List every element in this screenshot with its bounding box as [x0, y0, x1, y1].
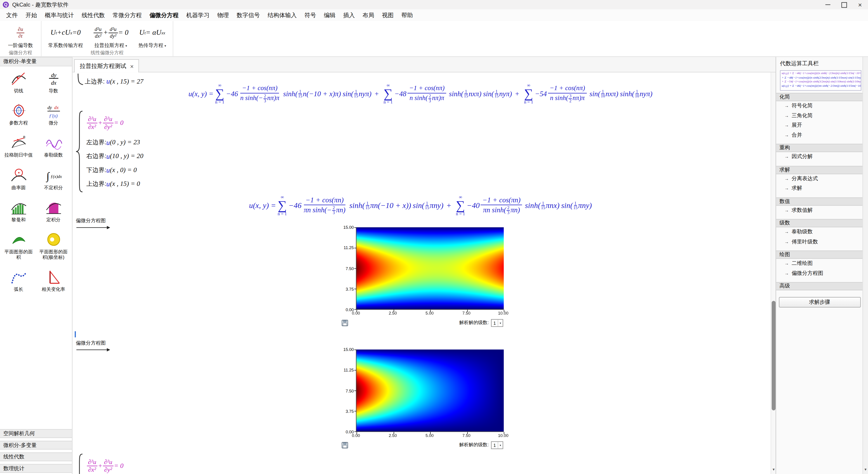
panel-item-5-0[interactable]: →二维绘图: [776, 259, 863, 269]
solve-steps-button[interactable]: 求解步骤: [779, 297, 861, 308]
menu-item-15[interactable]: 帮助: [397, 9, 417, 21]
panel-item-0-1[interactable]: →三角化简: [776, 111, 863, 121]
tool-label-3: 微分: [49, 120, 58, 126]
chevron-down-icon: ▼: [864, 468, 867, 471]
tool-parametric[interactable]: 参数方程: [3, 103, 34, 126]
main-scrollbar-thumb[interactable]: [772, 301, 776, 410]
menu-item-7[interactable]: 物理: [213, 9, 233, 21]
menu-item-6[interactable]: 机器学习: [182, 9, 213, 21]
indefinite-integral-icon: ∫ƒ(x)dx: [45, 167, 62, 183]
x-tick-label: 7.50: [462, 433, 470, 438]
fraction: −1 + cos(nπ)n sinh(32nπ)π: [548, 85, 587, 103]
panel-item-5-1[interactable]: →偏微分方程图: [776, 269, 863, 278]
panel-item-3-0[interactable]: →求数值解: [776, 205, 863, 215]
tool-lagrange-mean[interactable]: B拉格朗日中值: [3, 135, 34, 158]
heat-equation-button[interactable]: Ut = αUxx热传导方程▾: [136, 23, 168, 50]
tool-derivative[interactable]: dydx导数: [38, 70, 69, 94]
derivative-icon: dydx: [45, 70, 62, 87]
tool-definite-integral[interactable]: 定积分: [38, 199, 69, 222]
tool-taylor-series[interactable]: 泰勒级数: [38, 135, 69, 158]
tool-curvature-circle[interactable]: 曲率圆: [3, 167, 34, 190]
tool-plane-area[interactable]: 平面图形的面积: [3, 231, 34, 260]
close-button[interactable]: ×: [852, 0, 868, 9]
menu-item-0[interactable]: 文件: [2, 9, 22, 21]
series-level-dropdown[interactable]: 1▾: [491, 441, 503, 449]
save-icon[interactable]: [342, 320, 348, 326]
tool-related-rates[interactable]: 相关变化率: [38, 269, 69, 292]
panel-item-4-1[interactable]: →傅里叶级数: [776, 237, 863, 247]
panel-section-header-1[interactable]: 重构: [776, 144, 863, 152]
menu-item-5[interactable]: 偏微分方程: [146, 9, 182, 21]
variable-u: u: [106, 179, 110, 188]
save-icon[interactable]: [342, 442, 348, 448]
heat-equation-button-formula: Ut = αUxx: [139, 24, 165, 41]
tool-label-9: 定积分: [46, 216, 60, 222]
curly-brace-icon: [75, 110, 84, 193]
menu-item-2[interactable]: 概率与统计: [41, 9, 78, 21]
laplace-equation-button[interactable]: d²udx² + d²udy² = 0拉普拉斯方程▾: [91, 23, 131, 50]
menu-item-13[interactable]: 布局: [359, 9, 378, 21]
fraction: d²udy²: [108, 27, 118, 39]
maximize-icon: [841, 2, 846, 7]
menu-item-8[interactable]: 数字信号: [233, 9, 264, 21]
boundary-label: 下边界:: [86, 166, 106, 174]
panel-section-header-3[interactable]: 数值: [776, 197, 863, 205]
main-scrollbar[interactable]: ▼: [771, 72, 776, 474]
factor: sin(115πny): [561, 201, 592, 210]
panel-scrollbar[interactable]: ▼: [863, 57, 868, 474]
sidebar-section-1[interactable]: 微积分-多变量: [0, 441, 72, 450]
tab-close-icon[interactable]: ×: [130, 63, 134, 69]
menu-item-12[interactable]: 插入: [339, 9, 359, 21]
menu-item-1[interactable]: 开始: [22, 9, 41, 21]
panel-item-2-0[interactable]: →分离表达式: [776, 174, 863, 183]
sidebar-section-3[interactable]: 数理统计: [0, 464, 72, 473]
sidebar-section-0[interactable]: 空间解析几何: [0, 429, 72, 438]
menu-item-3[interactable]: 线性代数: [78, 9, 109, 21]
formula-preview-box[interactable]: u(x,y) = Σ −46(−1+cos(nπ))/(n sinh(−2/3n…: [780, 70, 862, 91]
panel-section-header-4[interactable]: 级数: [776, 219, 863, 227]
axis-tick: [354, 349, 356, 350]
first-order-partial-button-label: 一阶偏导数: [8, 42, 33, 49]
x-tick-label: 5.00: [426, 433, 434, 438]
tool-polar-area[interactable]: 平面图形的面积(极坐标): [38, 231, 69, 260]
sidebar-section-2[interactable]: 线性代数: [0, 452, 72, 461]
panel-section-header-5[interactable]: 绘图: [776, 250, 863, 259]
minimize-button[interactable]: [820, 0, 836, 9]
panel-item-label: 三角化简: [792, 112, 813, 120]
heat-equation-button-label: 热传导方程▾: [138, 42, 166, 49]
series-level-label: 解析解的级数:: [459, 320, 489, 326]
tool-riemann-sum[interactable]: 黎曼和: [3, 199, 34, 222]
series-level-dropdown[interactable]: 1▾: [491, 319, 503, 327]
menu-item-14[interactable]: 视图: [378, 9, 398, 21]
menu-item-4[interactable]: 常微分方程: [109, 9, 146, 21]
panel-item-0-3[interactable]: →合并: [776, 130, 863, 140]
fraction: ∂²u∂x²: [87, 459, 97, 473]
maximize-button[interactable]: [836, 0, 852, 9]
menu-item-10[interactable]: 符号: [301, 9, 320, 21]
panel-section-header-6[interactable]: 高级: [776, 282, 863, 291]
first-order-partial-button[interactable]: ∂u∂t一阶偏导数: [4, 23, 37, 50]
menu-item-11[interactable]: 编辑: [320, 9, 340, 21]
variable-u: u: [106, 166, 110, 174]
tool-arc-length[interactable]: 弧长: [3, 269, 34, 292]
tool-label-11: 平面图形的面积(极坐标): [38, 249, 69, 260]
tab-laplace-test[interactable]: 拉普拉斯方程测试 ×: [74, 59, 139, 72]
menu-item-9[interactable]: 结构体输入: [264, 9, 301, 21]
panel-item-0-2[interactable]: →展开: [776, 121, 863, 130]
transport-equation-button[interactable]: Ut+cUx=0常系数传输方程: [46, 23, 85, 50]
panel-scroll-down-button[interactable]: ▼: [863, 466, 868, 473]
panel-item-1-0[interactable]: →因式分解: [776, 152, 863, 162]
tool-tangent[interactable]: 切线: [3, 70, 34, 94]
system-lines: ∂²u∂x² + ∂²u∂y² = 0: [86, 453, 123, 474]
panel-item-2-1[interactable]: →求解: [776, 183, 863, 193]
sidebar-header-calculus-single-variable[interactable]: 微积分-单变量: [0, 57, 72, 66]
panel-section-header-2[interactable]: 求解: [776, 166, 863, 174]
tool-indefinite-integral[interactable]: ∫ƒ(x)dx不定积分: [38, 167, 69, 190]
tool-differential[interactable]: dydxƒ′(x)微分: [38, 103, 69, 126]
panel-item-0-0[interactable]: →符号化简: [776, 101, 863, 111]
factor: sinh(115n(−10 + x)π): [283, 90, 341, 99]
boundary-label: 左边界:: [86, 138, 106, 146]
panel-section-header-0[interactable]: 化简: [776, 93, 863, 101]
panel-item-4-0[interactable]: →泰勒级数: [776, 227, 863, 237]
panel-item-label: 偏微分方程图: [792, 270, 823, 277]
